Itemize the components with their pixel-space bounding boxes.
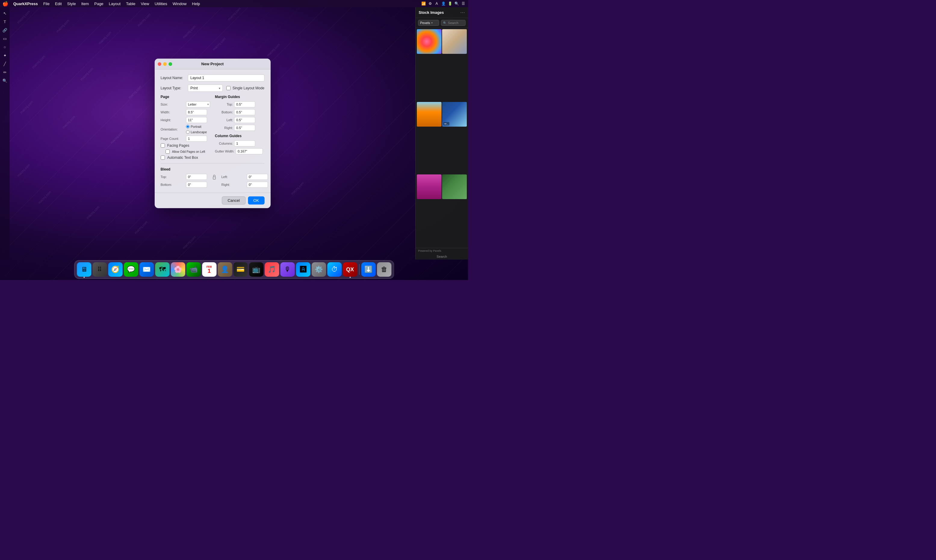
dock-item-maps[interactable]: 🗺 xyxy=(155,262,170,277)
bleed-right-label: Right: xyxy=(222,183,245,186)
bleed-left-fields: Top: Bottom: xyxy=(161,174,207,188)
auto-text-box-checkbox[interactable] xyxy=(161,155,165,160)
stock-image-76[interactable]: W... xyxy=(442,102,467,127)
stock-image-orange-arch[interactable] xyxy=(417,102,441,127)
menu-utilities[interactable]: Utilities xyxy=(152,1,170,7)
dock-item-wallet[interactable]: 💳 xyxy=(233,262,248,277)
portrait-option[interactable]: Portrait xyxy=(186,125,207,128)
height-input[interactable] xyxy=(186,117,207,123)
menu-layout[interactable]: Layout xyxy=(106,1,123,7)
dock-item-facetime[interactable]: 📹 xyxy=(186,262,201,277)
like-button-flowers[interactable]: ♥ xyxy=(418,30,420,35)
bleed-bottom-input[interactable] xyxy=(186,182,207,188)
tool-line[interactable]: ╱ xyxy=(1,60,8,68)
bleed-right-row: Right: xyxy=(222,182,268,188)
notification-icon[interactable]: ☰ xyxy=(461,1,466,6)
menu-help[interactable]: Help xyxy=(190,1,202,7)
menu-quarkxpress[interactable]: QuarkXPress xyxy=(11,1,40,7)
layout-type-select[interactable]: Print Digital xyxy=(188,85,223,92)
dock-item-finder[interactable]: 🖥 xyxy=(77,262,91,277)
tool-arrow[interactable]: ↖ xyxy=(1,10,8,17)
menu-table[interactable]: Table xyxy=(124,1,138,7)
minimize-button[interactable] xyxy=(163,62,167,66)
dock-item-alinof[interactable]: ⏱ xyxy=(327,262,342,277)
bleed-left-input[interactable] xyxy=(247,174,268,180)
tool-oval[interactable]: ○ xyxy=(1,43,8,51)
bleed-top-input[interactable] xyxy=(186,174,207,180)
menu-window[interactable]: Window xyxy=(170,1,189,7)
stock-image-pink-building[interactable] xyxy=(417,174,441,199)
tool-pencil[interactable]: ✏ xyxy=(1,69,8,76)
stock-search-box[interactable]: 🔍 Search xyxy=(441,20,466,26)
dock-item-mail[interactable]: ✉️ xyxy=(139,262,154,277)
dock-item-quarkxpress[interactable]: QX xyxy=(343,262,357,277)
menu-view[interactable]: View xyxy=(139,1,152,7)
orientation-label: Orientation: xyxy=(161,128,185,131)
right-margin-input[interactable] xyxy=(234,125,255,131)
menu-item[interactable]: Item xyxy=(79,1,91,7)
maximize-button[interactable] xyxy=(168,62,172,66)
dock-item-launchpad[interactable]: ⠿ xyxy=(93,262,107,277)
cancel-button[interactable]: Cancel xyxy=(222,196,245,205)
stock-image-person[interactable] xyxy=(442,29,467,54)
battery-icon[interactable]: 🔋 xyxy=(447,1,452,6)
landscape-radio[interactable] xyxy=(186,130,190,134)
tool-text[interactable]: T xyxy=(1,18,8,25)
bleed-title: Bleed xyxy=(161,167,265,171)
menu-edit[interactable]: Edit xyxy=(52,1,64,7)
dock-item-music[interactable]: 🎵 xyxy=(265,262,279,277)
new-project-dialog: New Project Layout Name: Layout Type: Pr… xyxy=(155,58,271,208)
dock-item-appstore[interactable]: 🅰 xyxy=(296,262,310,277)
stock-source-select[interactable]: Pexels ▾ xyxy=(418,20,439,26)
close-button[interactable] xyxy=(158,62,161,66)
dock-item-photos[interactable]: 🌸 xyxy=(171,262,185,277)
menu-page[interactable]: Page xyxy=(92,1,106,7)
menu-bar-right: 📶 ⚙ A 👤 🔋 🔍 ☰ xyxy=(421,1,466,6)
tool-rect[interactable]: ▭ xyxy=(1,35,8,42)
landscape-option[interactable]: Landscape xyxy=(186,130,207,134)
dock-item-podcasts[interactable]: 🎙 xyxy=(280,262,295,277)
menu-file[interactable]: File xyxy=(41,1,52,7)
powered-by-text: Powered by Pexels xyxy=(418,249,441,252)
dock-item-trash[interactable]: 🗑 xyxy=(377,262,391,277)
bottom-margin-input[interactable] xyxy=(234,109,255,115)
bleed-right-input[interactable] xyxy=(247,182,268,188)
stock-image-flowers[interactable]: ♥ xyxy=(417,29,441,54)
width-input[interactable] xyxy=(186,109,207,115)
ok-button[interactable]: OK xyxy=(248,196,265,205)
tool-link[interactable]: 🔗 xyxy=(1,26,8,34)
gutter-width-input[interactable] xyxy=(236,148,263,154)
columns-input[interactable] xyxy=(234,140,255,146)
apple-menu[interactable]: 🍎 xyxy=(2,1,8,7)
tool-star[interactable]: ✦ xyxy=(1,52,8,59)
portrait-radio[interactable] xyxy=(186,125,190,128)
dock-item-appletv[interactable]: 📺 xyxy=(249,262,263,277)
settings-icon[interactable]: ⚙ xyxy=(428,1,432,6)
layout-name-input[interactable] xyxy=(188,74,265,82)
single-layout-mode-checkbox[interactable] xyxy=(226,86,231,90)
user-icon[interactable]: 👤 xyxy=(441,1,446,6)
dock-item-safari[interactable]: 🧭 xyxy=(108,262,122,277)
stock-image-leaves[interactable] xyxy=(442,174,467,199)
dock-item-sysprefs[interactable]: ⚙️ xyxy=(311,262,326,277)
dock-item-messages[interactable]: 💬 xyxy=(124,262,138,277)
allow-odd-checkbox[interactable] xyxy=(165,149,170,154)
left-margin-input[interactable] xyxy=(234,117,255,123)
music-icon: 🎵 xyxy=(268,266,276,273)
dock-item-contacts[interactable]: 👤 xyxy=(217,262,232,277)
dock-item-calendar[interactable]: FEB 1 xyxy=(202,262,216,277)
stock-search-bottom[interactable]: Search xyxy=(416,254,468,260)
page-section: Page Size: Letter A4 ▾ xyxy=(161,95,210,160)
tool-zoom[interactable]: 🔍 xyxy=(1,77,8,84)
airdrop-icon[interactable]: A xyxy=(434,1,439,6)
lock-icon[interactable] xyxy=(212,174,217,181)
size-select[interactable]: Letter A4 xyxy=(186,102,210,108)
stock-panel-more-button[interactable]: ⋯ xyxy=(460,10,465,15)
menu-style[interactable]: Style xyxy=(65,1,78,7)
page-count-input[interactable] xyxy=(186,135,207,142)
top-margin-input[interactable] xyxy=(234,102,255,108)
dock-item-downloads[interactable]: ⬇️ xyxy=(361,262,376,277)
facing-pages-checkbox[interactable] xyxy=(161,143,165,148)
search-icon[interactable]: 🔍 xyxy=(454,1,459,6)
wifi-icon[interactable]: 📶 xyxy=(421,1,426,6)
